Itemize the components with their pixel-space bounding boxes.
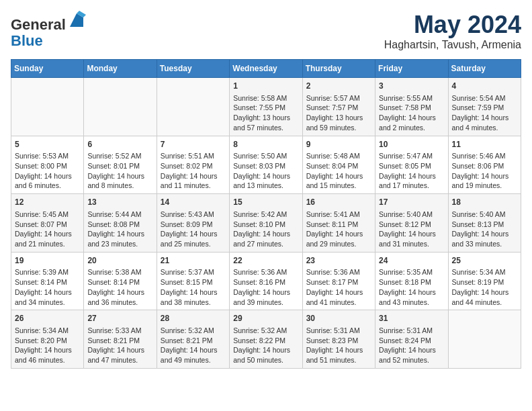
sunset-text: Sunset: 8:13 PM (452, 220, 504, 228)
day-number: 14 (161, 197, 226, 208)
cell-content: 21Sunrise: 5:37 AMSunset: 8:15 PMDayligh… (161, 255, 226, 308)
day-number: 16 (306, 197, 371, 208)
sunrise-text: Sunrise: 5:44 AM (87, 210, 141, 218)
sunrise-text: Sunrise: 5:41 AM (306, 210, 360, 218)
calendar-cell: 25Sunrise: 5:34 AMSunset: 8:19 PMDayligh… (448, 252, 521, 310)
page-header: General Blue May 2024 Haghartsin, Tavush… (11, 11, 521, 51)
logo-blue: Blue (11, 32, 43, 49)
cell-content: 5Sunrise: 5:53 AMSunset: 8:00 PMDaylight… (15, 139, 80, 191)
calendar-cell: 26Sunrise: 5:34 AMSunset: 8:20 PMDayligh… (11, 310, 84, 369)
cell-content: 18Sunrise: 5:40 AMSunset: 8:13 PMDayligh… (452, 197, 517, 249)
sunset-text: Sunset: 8:01 PM (87, 162, 140, 170)
weekday-header-row: SundayMondayTuesdayWednesdayThursdayFrid… (11, 60, 521, 78)
calendar-cell (11, 78, 84, 136)
day-number: 20 (87, 255, 152, 267)
day-number: 9 (306, 139, 371, 150)
sunrise-text: Sunrise: 5:42 AM (233, 210, 287, 218)
calendar-cell: 17Sunrise: 5:40 AMSunset: 8:12 PMDayligh… (375, 194, 448, 253)
calendar-cell: 13Sunrise: 5:44 AMSunset: 8:08 PMDayligh… (84, 194, 157, 253)
cell-content: 10Sunrise: 5:47 AMSunset: 8:05 PMDayligh… (379, 139, 444, 191)
calendar-cell: 31Sunrise: 5:31 AMSunset: 8:24 PMDayligh… (375, 310, 448, 369)
sunset-text: Sunset: 8:03 PM (233, 162, 285, 170)
calendar-cell: 9Sunrise: 5:48 AMSunset: 8:04 PMDaylight… (302, 136, 375, 194)
calendar-cell: 10Sunrise: 5:47 AMSunset: 8:05 PMDayligh… (375, 136, 448, 194)
daylight-text: Daylight: 14 hours and 39 minutes. (233, 288, 290, 306)
sunset-text: Sunset: 7:58 PM (379, 103, 431, 111)
sunrise-text: Sunrise: 5:48 AM (306, 152, 360, 160)
day-number: 15 (233, 197, 298, 208)
day-number: 17 (379, 197, 444, 208)
day-number: 8 (233, 139, 298, 150)
calendar-cell: 5Sunrise: 5:53 AMSunset: 8:00 PMDaylight… (11, 136, 84, 194)
day-number: 21 (161, 255, 226, 267)
sunset-text: Sunset: 8:19 PM (452, 278, 504, 286)
weekday-header: Thursday (302, 60, 375, 78)
day-number: 7 (161, 139, 226, 150)
location-title: Haghartsin, Tavush, Armenia (384, 39, 521, 51)
sunset-text: Sunset: 8:21 PM (87, 336, 140, 345)
calendar-cell: 29Sunrise: 5:32 AMSunset: 8:22 PMDayligh… (230, 310, 302, 369)
calendar-cell: 21Sunrise: 5:37 AMSunset: 8:15 PMDayligh… (157, 252, 229, 310)
sunset-text: Sunset: 8:08 PM (87, 220, 140, 228)
sunrise-text: Sunrise: 5:38 AM (87, 268, 141, 276)
sunset-text: Sunset: 7:55 PM (233, 103, 285, 111)
day-number: 10 (379, 139, 444, 150)
cell-content: 29Sunrise: 5:32 AMSunset: 8:22 PMDayligh… (233, 313, 298, 365)
daylight-text: Daylight: 14 hours and 13 minutes. (233, 172, 290, 190)
day-number: 2 (306, 81, 371, 92)
sunrise-text: Sunrise: 5:50 AM (233, 152, 287, 160)
daylight-text: Daylight: 14 hours and 41 minutes. (306, 288, 363, 306)
day-number: 13 (87, 197, 152, 208)
day-number: 4 (452, 81, 517, 92)
sunrise-text: Sunrise: 5:35 AM (379, 268, 433, 276)
cell-content: 9Sunrise: 5:48 AMSunset: 8:04 PMDaylight… (306, 139, 371, 191)
weekday-header: Monday (84, 60, 157, 78)
daylight-text: Daylight: 14 hours and 31 minutes. (379, 230, 436, 248)
weekday-header: Friday (375, 60, 448, 78)
day-number: 22 (233, 255, 298, 267)
cell-content: 7Sunrise: 5:51 AMSunset: 8:02 PMDaylight… (161, 139, 226, 191)
cell-content: 28Sunrise: 5:32 AMSunset: 8:21 PMDayligh… (161, 313, 226, 365)
sunset-text: Sunset: 8:21 PM (161, 336, 213, 345)
daylight-text: Daylight: 14 hours and 27 minutes. (233, 230, 290, 248)
calendar-cell: 8Sunrise: 5:50 AMSunset: 8:03 PMDaylight… (230, 136, 302, 194)
sunset-text: Sunset: 8:02 PM (161, 162, 213, 170)
cell-content: 8Sunrise: 5:50 AMSunset: 8:03 PMDaylight… (233, 139, 298, 191)
sunrise-text: Sunrise: 5:39 AM (15, 268, 69, 276)
logo-icon (67, 11, 86, 30)
day-number: 27 (87, 313, 152, 324)
sunrise-text: Sunrise: 5:36 AM (233, 268, 287, 276)
daylight-text: Daylight: 14 hours and 8 minutes. (87, 172, 144, 190)
sunset-text: Sunset: 8:00 PM (15, 162, 67, 170)
cell-content: 31Sunrise: 5:31 AMSunset: 8:24 PMDayligh… (379, 313, 444, 365)
sunset-text: Sunset: 8:24 PM (379, 336, 431, 345)
daylight-text: Daylight: 14 hours and 4 minutes. (452, 113, 509, 132)
calendar-cell: 7Sunrise: 5:51 AMSunset: 8:02 PMDaylight… (157, 136, 229, 194)
sunrise-text: Sunrise: 5:47 AM (379, 152, 433, 160)
calendar-cell: 2Sunrise: 5:57 AMSunset: 7:57 PMDaylight… (302, 78, 375, 136)
day-number: 12 (15, 197, 80, 208)
cell-content: 6Sunrise: 5:52 AMSunset: 8:01 PMDaylight… (87, 139, 152, 191)
cell-content: 11Sunrise: 5:46 AMSunset: 8:06 PMDayligh… (452, 139, 517, 191)
cell-content: 4Sunrise: 5:54 AMSunset: 7:59 PMDaylight… (452, 81, 517, 133)
sunset-text: Sunset: 7:57 PM (306, 103, 359, 111)
cell-content: 17Sunrise: 5:40 AMSunset: 8:12 PMDayligh… (379, 197, 444, 249)
daylight-text: Daylight: 14 hours and 49 minutes. (161, 346, 218, 364)
cell-content: 24Sunrise: 5:35 AMSunset: 8:18 PMDayligh… (379, 255, 444, 308)
calendar-cell (84, 78, 157, 136)
day-number: 18 (452, 197, 517, 208)
sunrise-text: Sunrise: 5:31 AM (306, 326, 360, 334)
calendar-cell: 22Sunrise: 5:36 AMSunset: 8:16 PMDayligh… (230, 252, 302, 310)
day-number: 26 (15, 313, 80, 324)
cell-content: 26Sunrise: 5:34 AMSunset: 8:20 PMDayligh… (15, 313, 80, 365)
month-title: May 2024 (384, 11, 521, 39)
daylight-text: Daylight: 14 hours and 11 minutes. (161, 172, 218, 190)
calendar-cell: 30Sunrise: 5:31 AMSunset: 8:23 PMDayligh… (302, 310, 375, 369)
calendar-cell (448, 310, 521, 369)
daylight-text: Daylight: 14 hours and 21 minutes. (15, 230, 72, 248)
sunrise-text: Sunrise: 5:40 AM (452, 210, 506, 218)
cell-content: 23Sunrise: 5:36 AMSunset: 8:17 PMDayligh… (306, 255, 371, 308)
sunset-text: Sunset: 8:05 PM (379, 162, 431, 170)
sunset-text: Sunset: 8:14 PM (15, 278, 67, 286)
sunrise-text: Sunrise: 5:31 AM (379, 326, 433, 334)
